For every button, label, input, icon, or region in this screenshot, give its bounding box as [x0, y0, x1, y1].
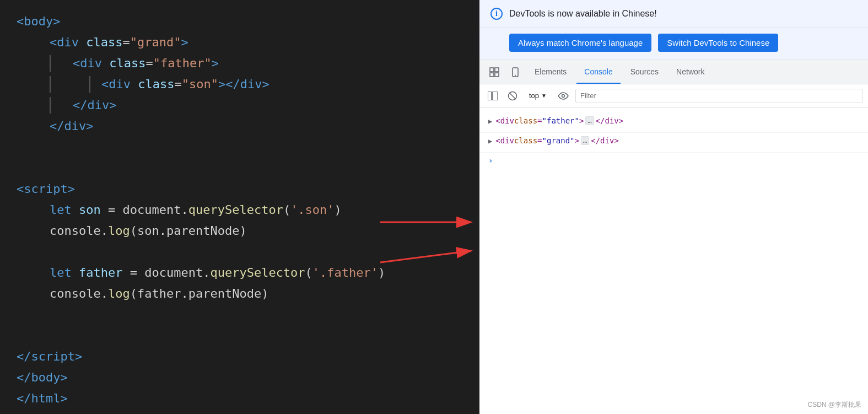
code-line: let son = document.querySelector('.son')	[0, 200, 479, 221]
watermark: CSDN @李斯枇果	[807, 400, 861, 410]
tab-network[interactable]: Network	[668, 60, 712, 84]
code-line	[0, 158, 479, 179]
code-line: <body>	[0, 11, 479, 32]
console-toolbar: top ▼	[479, 84, 868, 107]
ellipsis-badge: …	[585, 116, 594, 125]
svg-line-12	[509, 93, 516, 99]
svg-rect-3	[490, 68, 494, 72]
tab-sources[interactable]: Sources	[623, 60, 666, 84]
ellipsis-badge: …	[581, 136, 589, 145]
context-selector[interactable]: top ▼	[525, 89, 551, 102]
code-line	[0, 137, 479, 158]
svg-rect-10	[493, 92, 498, 100]
code-line: <div class="father">	[0, 53, 479, 74]
code-line: <div class="son"></div>	[0, 74, 479, 95]
code-line	[0, 304, 479, 325]
devtools-panel: i DevTools is now available in Chinese! …	[479, 0, 868, 414]
context-label: top	[529, 92, 539, 100]
code-line	[0, 325, 479, 346]
devtools-icon-mobile[interactable]	[506, 60, 525, 84]
svg-rect-4	[495, 68, 499, 72]
buttons-row: Always match Chrome's language Switch De…	[479, 28, 868, 60]
console-prompt[interactable]: ›	[479, 153, 868, 168]
tab-console[interactable]: Console	[576, 60, 620, 84]
code-line: </body>	[0, 367, 479, 388]
code-line: </div>	[0, 95, 479, 116]
sidebar-toggle-button[interactable]	[485, 88, 500, 104]
match-language-button[interactable]: Always match Chrome's language	[509, 34, 651, 52]
filter-input[interactable]	[575, 89, 862, 103]
devtools-tabs: Elements Console Sources Network	[479, 60, 868, 84]
prompt-icon: ›	[488, 156, 493, 165]
code-editor: <body> <div class="grand"> <div class="f…	[0, 0, 479, 414]
code-line: </div>	[0, 116, 479, 137]
switch-to-chinese-button[interactable]: Switch DevTools to Chinese	[658, 34, 778, 52]
console-entry-grand[interactable]: ▶ <div class = "grand" > … </div>	[479, 133, 868, 153]
code-line: <div class="grand">	[0, 32, 479, 53]
notification-text: DevTools is now available in Chinese!	[509, 9, 857, 19]
expand-arrow-icon[interactable]: ▶	[488, 117, 492, 125]
devtools-icon-inspect[interactable]	[485, 60, 504, 84]
clear-console-button[interactable]	[505, 88, 520, 104]
expand-arrow-icon[interactable]: ▶	[488, 137, 492, 145]
code-line: console.log(father.parentNode)	[0, 283, 479, 304]
svg-rect-5	[490, 73, 494, 77]
code-line: </html>	[0, 388, 479, 409]
svg-rect-9	[488, 92, 492, 100]
eye-icon-button[interactable]	[556, 88, 571, 104]
dropdown-arrow-icon: ▼	[541, 93, 547, 99]
svg-point-13	[562, 94, 564, 97]
code-line: <script>	[0, 179, 479, 200]
notification-bar: i DevTools is now available in Chinese!	[479, 0, 868, 28]
tab-elements[interactable]: Elements	[527, 60, 574, 84]
tag-open: <	[17, 11, 24, 32]
svg-point-8	[515, 74, 516, 76]
svg-rect-6	[495, 73, 499, 77]
console-output: ▶ <div class = "father" > … </div> ▶ <di…	[479, 107, 868, 414]
code-line: let father = document.querySelector('.fa…	[0, 262, 479, 283]
code-line: </script>	[0, 346, 479, 367]
info-icon: i	[490, 8, 503, 20]
code-line	[0, 241, 479, 262]
code-line: console.log(son.parentNode)	[0, 221, 479, 241]
console-entry-father[interactable]: ▶ <div class = "father" > … </div>	[479, 113, 868, 133]
